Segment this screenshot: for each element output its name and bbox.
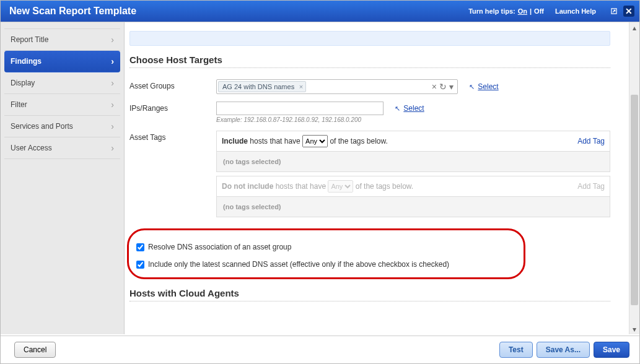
sidebar-item-display[interactable]: Display › [4, 72, 120, 94]
asset-group-token: AG 24 with DNS names × [218, 81, 306, 92]
exclude-tags-header: Do not include hosts that have Any of th… [216, 176, 610, 197]
chevron-right-icon: › [111, 35, 114, 45]
section-title: Choose Host Targets [129, 54, 610, 68]
include-middle: hosts that have [250, 137, 300, 145]
test-button[interactable]: Test [499, 342, 533, 358]
sidebar: Report Title › Findings › Display › Filt… [1, 22, 125, 334]
help-tips-off-link[interactable]: Off [534, 7, 544, 15]
scroll-track[interactable] [629, 33, 639, 324]
launch-help-link[interactable]: Launch Help [555, 7, 596, 15]
exclude-tags-body: (no tags selected) [216, 197, 610, 217]
include-match-select[interactable]: Any [302, 135, 328, 147]
ips-ranges-input[interactable] [216, 102, 384, 115]
help-tips-group: Turn help tips: On | Off [468, 7, 544, 15]
select-ips[interactable]: ↖ Select [395, 104, 424, 113]
close-button[interactable]: ✕ [623, 6, 634, 17]
sidebar-item-label: Display [11, 79, 35, 87]
sidebar-item-label: Report Title [11, 35, 48, 44]
select-asset-groups[interactable]: ↖ Select [469, 82, 499, 91]
exclude-match-select: Any [328, 180, 353, 193]
sidebar-item-report-title[interactable]: Report Title › [4, 28, 120, 51]
remove-token-icon[interactable]: × [299, 83, 303, 90]
cancel-button[interactable]: Cancel [14, 342, 56, 358]
window-title: New Scan Report Template [9, 6, 468, 17]
sidebar-item-services-ports[interactable]: Services and Ports › [4, 116, 120, 137]
pointer-icon: ↖ [395, 105, 400, 112]
footer: Cancel Test Save As... Save [1, 336, 639, 363]
chevron-right-icon: › [111, 143, 114, 153]
chevron-right-icon: › [111, 121, 114, 131]
add-include-tag-link[interactable]: Add Tag [577, 137, 605, 145]
exclude-prefix: Do not include [222, 182, 273, 191]
help-tips-label: Turn help tips: [468, 7, 515, 15]
chevron-right-icon: › [111, 78, 114, 88]
resolve-dns-checkbox[interactable] [136, 243, 144, 251]
highlighted-options: Resolve DNS association of an asset grou… [127, 228, 525, 279]
asset-groups-label: Asset Groups [129, 79, 216, 90]
save-button[interactable]: Save [594, 342, 629, 358]
main-content: Choose Host Targets Asset Groups AG 24 w… [125, 22, 629, 334]
clear-all-icon[interactable]: × [432, 82, 437, 92]
add-exclude-tag-link: Add Tag [577, 182, 605, 191]
include-tags-body: (no tags selected) [216, 152, 610, 172]
exclude-middle: hosts that have [276, 182, 326, 191]
dropdown-toggle-icon[interactable]: ▾ [449, 82, 454, 92]
latest-dns-label: Include only the latest scanned DNS asse… [148, 260, 449, 269]
close-icon: ✕ [625, 6, 633, 16]
scroll-thumb[interactable] [631, 95, 638, 305]
sidebar-item-filter[interactable]: Filter › [4, 94, 120, 116]
include-suffix: of the tags below. [330, 137, 387, 145]
popout-icon [610, 7, 618, 15]
sidebar-item-label: Findings [11, 57, 42, 66]
help-tips-sep: | [530, 7, 532, 15]
ips-example: Example: 192.168.0.87-192.168.0.92, 192.… [216, 116, 610, 123]
pointer-icon: ↖ [469, 83, 475, 90]
chevron-right-icon: › [111, 56, 114, 66]
refresh-icon[interactable]: ↻ [439, 82, 447, 92]
save-as-button[interactable]: Save As... [537, 342, 590, 358]
sidebar-item-label: User Access [11, 144, 52, 152]
scroll-down-arrow[interactable]: ▾ [629, 324, 639, 334]
sidebar-item-findings[interactable]: Findings › [4, 51, 120, 72]
no-tags-selected: (no tags selected) [223, 203, 281, 210]
latest-dns-checkbox[interactable] [136, 261, 144, 269]
exclude-suffix: of the tags below. [356, 182, 413, 191]
help-tips-on-link[interactable]: On [518, 7, 527, 15]
sidebar-item-user-access[interactable]: User Access › [4, 137, 120, 159]
ips-ranges-label: IPs/Ranges [129, 102, 216, 113]
no-tags-selected: (no tags selected) [223, 158, 281, 165]
sidebar-item-label: Services and Ports [11, 122, 73, 131]
asset-groups-input[interactable]: AG 24 with DNS names × × ↻ ▾ [216, 79, 458, 94]
select-ips-link[interactable]: Select [403, 104, 424, 113]
vertical-scrollbar[interactable]: ▴ ▾ [629, 22, 639, 334]
popout-button[interactable] [608, 6, 620, 17]
scroll-up-arrow[interactable]: ▴ [629, 22, 639, 33]
info-banner [129, 31, 610, 46]
titlebar: New Scan Report Template Turn help tips:… [1, 1, 639, 22]
resolve-dns-label: Resolve DNS association of an asset grou… [148, 243, 291, 251]
hosts-cloud-agents-title: Hosts with Cloud Agents [129, 288, 610, 301]
include-tags-header: Include hosts that have Any of the tags … [216, 131, 610, 152]
example-prefix: Example: [216, 116, 242, 123]
chevron-right-icon: › [111, 100, 114, 110]
example-text: 192.168.0.87-192.168.0.92, 192.168.0.200 [243, 116, 361, 123]
asset-group-token-text: AG 24 with DNS names [222, 83, 294, 90]
select-asset-groups-link[interactable]: Select [478, 82, 498, 91]
sidebar-item-label: Filter [11, 100, 27, 109]
asset-tags-label: Asset Tags [129, 131, 216, 142]
include-prefix: Include [222, 137, 248, 145]
